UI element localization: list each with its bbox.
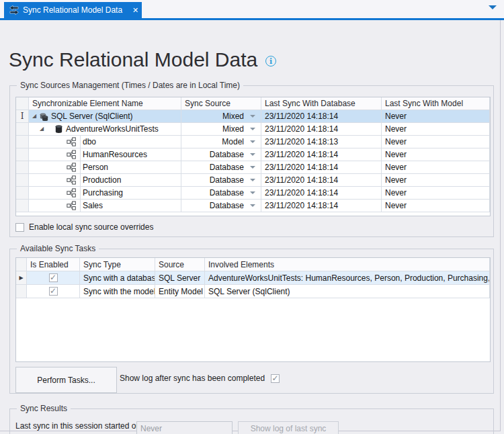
schema-icon (67, 163, 76, 172)
sync-tasks-table: Is Enabled Sync Type Source Involved Ele… (15, 257, 491, 362)
page-header: Sync Relational Model Data i (9, 48, 276, 71)
column-header[interactable]: Sync Type (80, 258, 155, 271)
checkbox-icon[interactable] (15, 223, 24, 232)
database-icon (54, 124, 64, 134)
sync-source-cell[interactable]: Mixed (181, 110, 261, 123)
element-name: Production (83, 175, 121, 185)
last-sync-model-cell: Never (382, 123, 490, 136)
indent-divider (80, 161, 81, 173)
dropdown-icon[interactable] (250, 166, 255, 169)
indent-divider (80, 174, 81, 186)
sync-source-cell[interactable]: Mixed (181, 123, 261, 136)
sync-source-cell[interactable]: Database (181, 200, 261, 212)
element-name: SQL Server (SqlClient) (51, 112, 133, 121)
show-log-checkbox[interactable]: Show log after sync has been completed (120, 374, 280, 383)
dropdown-icon[interactable] (250, 179, 255, 181)
last-sync-model-cell: Never (382, 174, 490, 187)
indent-divider (80, 187, 81, 199)
table-row[interactable]: Sync with the model Entity Model SQL Ser… (16, 285, 490, 298)
column-header[interactable]: Source (155, 258, 205, 271)
table-row[interactable]: I ◢ SQL Server (SqlClient) Mixed 23/11/2… (16, 110, 490, 123)
table-row[interactable]: Production Database 23/11/2020 14:18:14 … (16, 174, 490, 187)
sync-type-cell: Sync with a database (80, 271, 155, 285)
column-header[interactable]: Sync Source (181, 97, 261, 110)
row-indicator: I (16, 110, 29, 123)
column-header[interactable]: Last Sync With Database (261, 97, 382, 110)
schema-icon (67, 175, 76, 185)
table-row[interactable]: ◢ AdventureWorksUnitTests Mixed 23/11/20… (16, 123, 490, 136)
server-database-icon (39, 112, 49, 122)
last-sync-label: Last sync in this session started on (15, 421, 140, 431)
schema-icon (67, 137, 76, 146)
available-sync-tasks-group: Available Sync Tasks Is Enabled Sync Typ… (9, 249, 494, 394)
table-header-row: Is Enabled Sync Type Source Involved Ele… (16, 258, 490, 271)
sync-relational-model-data-window: Sync Relational Model Data ✕ Sync Relati… (0, 0, 504, 434)
last-sync-db-cell: 23/11/2020 14:18:14 (261, 161, 382, 174)
column-header[interactable]: Last Sync With Model (382, 97, 490, 110)
checkbox-label: Show log after sync has been completed (120, 374, 265, 383)
table-row[interactable]: dbo Model 23/11/2020 14:18:13 Never (16, 136, 490, 148)
info-icon[interactable]: i (265, 56, 276, 67)
is-enabled-cell[interactable] (27, 271, 80, 285)
last-sync-db-cell: 23/11/2020 14:18:14 (261, 174, 382, 187)
dropdown-icon[interactable] (250, 140, 255, 143)
row-indicator (16, 285, 27, 298)
tab-sync-relational-model-data[interactable]: Sync Relational Model Data ✕ (4, 2, 142, 18)
element-name: Sales (83, 201, 103, 210)
perform-tasks-button[interactable]: Perform Tasks... (15, 367, 117, 393)
dropdown-icon[interactable] (250, 153, 255, 156)
last-sync-model-cell: Never (382, 200, 490, 212)
tab-title: Sync Relational Model Data (23, 5, 122, 15)
checkbox-icon[interactable] (49, 273, 58, 282)
checkbox-icon[interactable] (49, 287, 58, 296)
table-row[interactable]: HumanResources Database 23/11/2020 14:18… (16, 148, 490, 161)
is-enabled-cell[interactable] (27, 285, 80, 298)
sync-source-cell[interactable]: Database (181, 174, 261, 187)
sync-source-cell[interactable]: Model (181, 136, 261, 148)
sync-source-cell[interactable]: Database (181, 187, 261, 200)
dropdown-icon[interactable] (250, 128, 255, 130)
current-row-arrow-icon: ▶ (19, 275, 23, 281)
last-sync-model-cell: Never (382, 110, 490, 123)
dropdown-icon[interactable] (250, 204, 255, 207)
table-row[interactable]: Person Database 23/11/2020 14:18:14 Neve… (16, 161, 490, 174)
last-sync-model-cell: Never (382, 161, 490, 174)
checkbox-icon[interactable] (271, 374, 280, 383)
group-label: Sync Sources Management (Times / Dates a… (17, 81, 243, 90)
element-name: Purchasing (83, 188, 123, 198)
indent-divider (80, 136, 81, 148)
sync-source-cell[interactable]: Database (181, 148, 261, 161)
expander-icon[interactable]: ◢ (40, 126, 46, 132)
table-row[interactable]: ▶ Sync with a database SQL Server Advent… (16, 271, 490, 285)
column-header[interactable]: Involved Elements (205, 258, 490, 271)
column-header[interactable]: Is Enabled (27, 258, 80, 271)
row-indicator (16, 187, 29, 200)
dropdown-icon[interactable] (250, 115, 255, 118)
chevron-down-icon[interactable] (489, 5, 497, 9)
sync-source-cell[interactable]: Database (181, 161, 261, 174)
show-log-of-last-sync-button[interactable]: Show log of last sync (238, 421, 339, 434)
page-title: Sync Relational Model Data (9, 48, 257, 71)
row-indicator (16, 161, 29, 174)
source-cell: Entity Model (155, 285, 205, 298)
element-name: dbo (83, 137, 96, 146)
table-header-row: Synchronizable Element Name Sync Source … (16, 97, 490, 110)
dropdown-icon[interactable] (250, 191, 255, 194)
group-label: Sync Results (17, 404, 71, 413)
row-indicator (16, 136, 29, 148)
sync-icon (9, 5, 19, 15)
last-sync-model-cell: Never (382, 148, 490, 161)
last-sync-line: Last sync in this session started on Sho… (15, 421, 489, 431)
table-row[interactable]: Sales Database 23/11/2020 14:18:14 Never (16, 200, 490, 212)
last-sync-db-cell: 23/11/2020 14:18:14 (261, 110, 382, 123)
row-indicator (16, 200, 29, 212)
row-indicator (16, 174, 29, 187)
element-name: AdventureWorksUnitTests (66, 124, 159, 134)
close-icon[interactable]: ✕ (130, 6, 140, 15)
last-sync-model-cell: Never (382, 136, 490, 148)
expander-icon[interactable]: ◢ (32, 114, 39, 119)
last-sync-input[interactable] (136, 421, 233, 434)
column-header[interactable]: Synchronizable Element Name (29, 97, 181, 110)
table-row[interactable]: Purchasing Database 23/11/2020 14:18:14 … (16, 187, 490, 200)
enable-overrides-checkbox[interactable]: Enable local sync source overrides (15, 222, 153, 232)
